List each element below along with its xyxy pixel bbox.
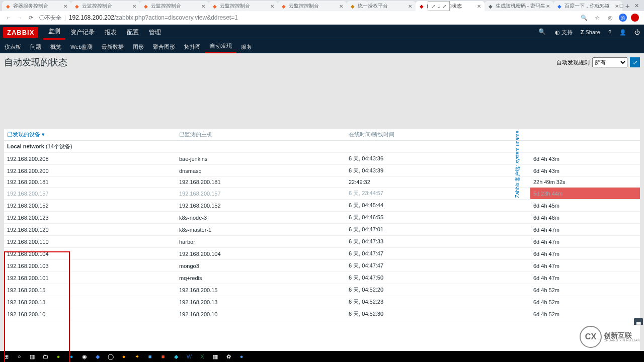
subnav-自动发现[interactable]: 自动发现 (205, 40, 236, 53)
zoom-icon[interactable]: 🔍 (580, 13, 589, 22)
nav-配置[interactable]: 配置 (122, 25, 144, 40)
firefox-icon[interactable]: ● (120, 352, 128, 360)
table-row[interactable]: 192.168.200.103 mongo3 6 天, 04:47:47 6d … (4, 260, 640, 272)
subnav-图形[interactable]: 图形 (128, 40, 148, 53)
subnav-仪表板[interactable]: 仪表板 (0, 40, 26, 53)
security-indicator[interactable]: ⓘ 不安全 (39, 14, 61, 22)
browser-tab[interactable]: ◆ 云监控控制台 ✕ (71, 1, 140, 11)
subnav-Web监测[interactable]: Web监测 (66, 40, 97, 53)
extension-popup[interactable]: ⤢ ⌄ ⤢ (428, 1, 450, 11)
chrome-icon[interactable]: ◉ (80, 352, 89, 360)
nav-管理[interactable]: 管理 (144, 25, 166, 40)
zabbix-logo[interactable]: ZABBIX (3, 27, 38, 38)
table-row[interactable]: 192.168.200.123 k8s-node-3 6 天, 04:46:55… (4, 212, 640, 224)
table-row[interactable]: 192.168.200.200 dnsmasq 6 天, 04:43:39 6d… (4, 165, 640, 177)
table-row[interactable]: 192.168.200.157 192.168.200.157 6 天, 23:… (4, 188, 640, 200)
address-bar[interactable]: ⓘ 不安全 | 192.168.200.202/zabbix.php?actio… (39, 14, 577, 22)
table-row[interactable]: 192.168.200.10 192.168.200.10 6 天, 04:52… (4, 308, 640, 320)
start-button[interactable]: ⊞ (2, 352, 10, 360)
close-icon[interactable]: ✕ (201, 4, 206, 9)
table-row[interactable]: 192.168.200.120 k8s-master-1 6 天, 04:47:… (4, 224, 640, 236)
bookmark-icon[interactable]: ☆ (593, 13, 602, 22)
search-input[interactable] (468, 27, 548, 37)
discovery-table: 已发现的设备 ▾ 已监测的主机 在线时间/断线时间 Local network … (4, 129, 640, 320)
col-device-header[interactable]: 已发现的设备 ▾ (7, 131, 45, 137)
window-minimize[interactable]: — (599, 0, 614, 11)
browser-tab[interactable]: ◆ 统一授权平台 ✕ (347, 1, 416, 11)
cell-host: 192.168.200.181 (176, 177, 346, 188)
share-link[interactable]: ZShare (577, 25, 604, 40)
cell-host: mongo3 (176, 260, 346, 272)
tb-app-6[interactable]: ■ (146, 352, 154, 360)
user-profile[interactable]: 👤 (615, 25, 630, 40)
cell-ip: 192.168.200.103 (4, 260, 176, 272)
help-link[interactable]: ? (604, 25, 615, 40)
tb-app-8[interactable]: ◆ (172, 352, 180, 360)
close-icon[interactable]: ✕ (63, 4, 68, 9)
explorer-icon[interactable]: 🗀 (41, 352, 49, 360)
settings-taskbar-icon[interactable]: ✿ (224, 352, 232, 360)
cell-host: 192.168.200.152 (176, 200, 346, 212)
rule-select[interactable]: 所有 (592, 57, 627, 67)
tb-app-4[interactable]: ◯ (107, 352, 115, 360)
subnav-问题[interactable]: 问题 (26, 40, 46, 53)
table-row[interactable]: 192.168.200.15 192.168.200.15 6 天, 04:52… (4, 284, 640, 296)
tb-app-10[interactable]: ● (237, 352, 246, 360)
subnav-最新数据[interactable]: 最新数据 (97, 40, 128, 53)
forward-button[interactable]: → (14, 12, 25, 23)
close-icon[interactable]: ✕ (408, 4, 413, 9)
cell-ip: 192.168.200.110 (4, 236, 176, 248)
profile-avatar[interactable]: 的 (619, 14, 627, 22)
close-icon[interactable]: ✕ (132, 4, 137, 9)
tb-app-1[interactable]: ● (54, 352, 62, 360)
browser-tab[interactable]: ◆ 容器服务控制台 ✕ (2, 1, 71, 11)
close-icon[interactable]: ✕ (339, 4, 344, 9)
tb-app-2[interactable]: ● (67, 352, 75, 360)
col-host-header: 已监测的主机 (176, 129, 346, 141)
close-icon[interactable]: ✕ (270, 4, 275, 9)
nav-报表[interactable]: 报表 (100, 25, 122, 40)
table-row[interactable]: 192.168.200.13 192.168.200.13 6 天, 04:52… (4, 296, 640, 308)
nav-资产记录[interactable]: 资产记录 (65, 25, 100, 40)
nav-监测[interactable]: 监测 (43, 25, 65, 40)
compass-icon[interactable]: ◎ (606, 13, 615, 22)
watermark-logo-icon: CX (580, 326, 602, 348)
subnav-拓扑图[interactable]: 拓扑图 (180, 40, 205, 53)
tb-app-3[interactable]: ◆ (94, 352, 102, 360)
tb-app-9[interactable]: ▦ (211, 352, 219, 360)
taskview-icon[interactable]: ▥ (28, 352, 36, 360)
table-row[interactable]: 192.168.200.101 mq+redis 6 天, 04:47:50 6… (4, 272, 640, 284)
browser-tab[interactable]: ◆ 生成随机密码 - 密码生 ✕ (485, 1, 553, 11)
cell-age: 22h 49m 32s (530, 177, 640, 188)
tb-app-7[interactable]: ■ (159, 352, 167, 360)
window-close[interactable]: ✕ (629, 0, 644, 11)
fullscreen-icon[interactable]: ⤢ (630, 57, 640, 67)
close-icon[interactable]: ✕ (545, 4, 550, 9)
tb-app-5[interactable]: ✦ (133, 352, 141, 360)
subnav-概览[interactable]: 概览 (46, 40, 66, 53)
search-icon[interactable]: 🔍 (538, 28, 546, 35)
table-row[interactable]: 192.168.200.208 bae-jenkins 6 天, 04:43:3… (4, 153, 640, 165)
browser-tab[interactable]: ◆ 自动发现的状态 ✕ (416, 1, 485, 11)
search-wrap[interactable]: 🔍 (468, 27, 548, 37)
excel-icon[interactable]: X (198, 352, 206, 360)
table-row[interactable]: 192.168.200.104 192.168.200.104 6 天, 04:… (4, 248, 640, 260)
cortana-icon[interactable]: ○ (15, 352, 23, 360)
subnav-服务[interactable]: 服务 (236, 40, 257, 53)
subnav-聚合图形[interactable]: 聚合图形 (148, 40, 180, 53)
table-row[interactable]: 192.168.200.152 192.168.200.152 6 天, 04:… (4, 200, 640, 212)
browser-tab[interactable]: ◆ 云监控控制台 ✕ (278, 1, 347, 11)
table-row[interactable]: 192.168.200.181 192.168.200.181 22:49:32… (4, 177, 640, 188)
browser-tab[interactable]: ◆ 云监控控制台 ✕ (209, 1, 278, 11)
support-link[interactable]: ◐ 支持 (551, 25, 577, 40)
ext-adblock-icon[interactable] (631, 14, 639, 22)
window-maximize[interactable]: □ (614, 0, 629, 11)
table-row[interactable]: 192.168.200.110 harbor 6 天, 04:47:33 6d … (4, 236, 640, 248)
logout-button[interactable]: ⏻ (630, 25, 644, 40)
reload-button[interactable]: ⟳ (25, 12, 36, 23)
browser-tab[interactable]: ◆ 云监控控制台 ✕ (140, 1, 209, 11)
scroll-top-button[interactable]: ▃ (634, 318, 643, 325)
close-icon[interactable]: ✕ (476, 4, 481, 9)
word-icon[interactable]: W (185, 352, 193, 360)
back-button[interactable]: ← (3, 12, 14, 23)
